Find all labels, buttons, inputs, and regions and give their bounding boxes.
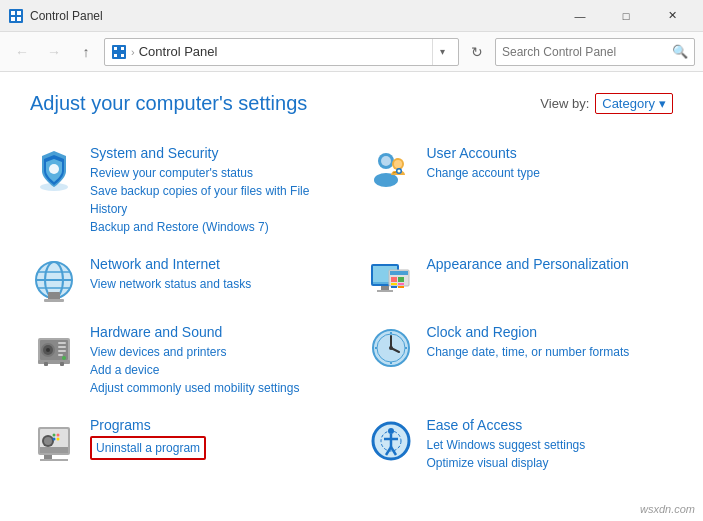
svg-point-44 xyxy=(46,348,50,352)
svg-point-11 xyxy=(49,164,59,174)
minimize-button[interactable]: — xyxy=(557,0,603,32)
svg-rect-30 xyxy=(381,286,389,290)
programs-icon xyxy=(30,417,78,465)
category-network-internet: Network and Internet View network status… xyxy=(30,250,337,310)
system-security-title[interactable]: System and Security xyxy=(90,145,337,161)
clock-region-content: Clock and Region Change date, time, or n… xyxy=(427,324,674,361)
appearance-title[interactable]: Appearance and Personalization xyxy=(427,256,674,272)
svg-point-68 xyxy=(53,434,56,437)
control-panel-address-icon xyxy=(111,44,127,60)
network-internet-icon xyxy=(30,256,78,304)
svg-rect-52 xyxy=(60,362,64,366)
address-dropdown[interactable]: ▾ xyxy=(432,39,452,65)
svg-rect-46 xyxy=(58,346,66,348)
svg-rect-50 xyxy=(38,360,70,364)
programs-title[interactable]: Programs xyxy=(90,417,337,433)
address-bar: ← → ↑ › Control Panel ▾ ↻ 🔍 xyxy=(0,32,703,72)
svg-point-69 xyxy=(57,434,60,437)
clock-region-title[interactable]: Clock and Region xyxy=(427,324,674,340)
svg-rect-36 xyxy=(391,283,397,285)
window-icon xyxy=(8,8,24,24)
category-system-security: System and Security Review your computer… xyxy=(30,139,337,242)
svg-point-18 xyxy=(397,169,400,172)
svg-rect-8 xyxy=(114,54,117,57)
svg-rect-7 xyxy=(121,47,124,50)
hardware-sound-link-2[interactable]: Add a device xyxy=(90,361,337,379)
main-content: Adjust your computer's settings View by:… xyxy=(0,72,703,521)
appearance-icon xyxy=(367,256,415,304)
clock-region-link-1[interactable]: Change date, time, or number formats xyxy=(427,343,674,361)
address-path: › Control Panel xyxy=(111,44,428,60)
ease-access-link-1[interactable]: Let Windows suggest settings xyxy=(427,436,674,454)
svg-rect-51 xyxy=(44,362,48,366)
svg-rect-65 xyxy=(40,447,68,453)
svg-rect-1 xyxy=(11,11,15,15)
svg-point-58 xyxy=(389,346,393,350)
hardware-sound-link-3[interactable]: Adjust commonly used mobility settings xyxy=(90,379,337,397)
view-by-value: Category xyxy=(602,96,655,111)
hardware-sound-icon xyxy=(30,324,78,372)
forward-button[interactable]: → xyxy=(40,38,68,66)
category-ease-access: Ease of Access Let Windows suggest setti… xyxy=(367,411,674,478)
clock-region-icon xyxy=(367,324,415,372)
view-by-dropdown[interactable]: Category ▾ xyxy=(595,93,673,114)
svg-rect-72 xyxy=(44,455,52,459)
view-by-control: View by: Category ▾ xyxy=(540,93,673,114)
svg-rect-3 xyxy=(11,17,15,21)
maximize-button[interactable]: □ xyxy=(603,0,649,32)
window-title: Control Panel xyxy=(30,9,557,23)
system-security-content: System and Security Review your computer… xyxy=(90,145,337,236)
system-security-link-3[interactable]: Backup and Restore (Windows 7) xyxy=(90,218,337,236)
svg-rect-34 xyxy=(391,277,397,282)
programs-content: Programs Uninstall a program xyxy=(90,417,337,460)
network-internet-title[interactable]: Network and Internet xyxy=(90,256,337,272)
close-button[interactable]: ✕ xyxy=(649,0,695,32)
category-appearance: Appearance and Personalization xyxy=(367,250,674,310)
title-bar: Control Panel — □ ✕ xyxy=(0,0,703,32)
appearance-content: Appearance and Personalization xyxy=(427,256,674,275)
page-title: Adjust your computer's settings xyxy=(30,92,307,115)
programs-link-1[interactable]: Uninstall a program xyxy=(90,436,206,460)
refresh-button[interactable]: ↻ xyxy=(463,38,491,66)
svg-point-13 xyxy=(381,156,391,166)
svg-point-67 xyxy=(44,437,52,445)
svg-rect-73 xyxy=(40,459,68,461)
ease-access-link-2[interactable]: Optimize visual display xyxy=(427,454,674,472)
search-input[interactable] xyxy=(502,45,668,59)
svg-rect-47 xyxy=(58,350,66,352)
address-box: › Control Panel ▾ xyxy=(104,38,459,66)
svg-rect-9 xyxy=(121,54,124,57)
svg-rect-38 xyxy=(391,286,397,288)
svg-rect-39 xyxy=(398,286,404,288)
svg-rect-26 xyxy=(44,299,64,302)
hardware-sound-content: Hardware and Sound View devices and prin… xyxy=(90,324,337,397)
system-security-link-2[interactable]: Save backup copies of your files with Fi… xyxy=(90,182,337,218)
category-clock-region: Clock and Region Change date, time, or n… xyxy=(367,318,674,403)
ease-access-icon xyxy=(367,417,415,465)
svg-rect-45 xyxy=(58,342,66,344)
category-user-accounts: User Accounts Change account type xyxy=(367,139,674,242)
ease-access-content: Ease of Access Let Windows suggest setti… xyxy=(427,417,674,472)
svg-rect-2 xyxy=(17,11,21,15)
svg-point-14 xyxy=(374,173,398,187)
hardware-sound-link-1[interactable]: View devices and printers xyxy=(90,343,337,361)
search-icon[interactable]: 🔍 xyxy=(672,44,688,59)
back-button[interactable]: ← xyxy=(8,38,36,66)
system-security-link-1[interactable]: Review your computer's status xyxy=(90,164,337,182)
watermark: wsxdn.com xyxy=(640,503,695,515)
search-box[interactable]: 🔍 xyxy=(495,38,695,66)
svg-rect-25 xyxy=(48,292,60,300)
svg-rect-4 xyxy=(17,17,21,21)
header-row: Adjust your computer's settings View by:… xyxy=(30,92,673,115)
svg-point-16 xyxy=(394,160,402,168)
hardware-sound-title[interactable]: Hardware and Sound xyxy=(90,324,337,340)
ease-access-title[interactable]: Ease of Access xyxy=(427,417,674,433)
network-internet-link-1[interactable]: View network status and tasks xyxy=(90,275,337,293)
up-button[interactable]: ↑ xyxy=(72,38,100,66)
svg-rect-48 xyxy=(58,354,63,356)
user-accounts-link-1[interactable]: Change account type xyxy=(427,164,674,182)
category-programs: Programs Uninstall a program xyxy=(30,411,337,478)
window-controls: — □ ✕ xyxy=(557,0,695,32)
path-separator: › xyxy=(131,46,135,58)
user-accounts-title[interactable]: User Accounts xyxy=(427,145,674,161)
